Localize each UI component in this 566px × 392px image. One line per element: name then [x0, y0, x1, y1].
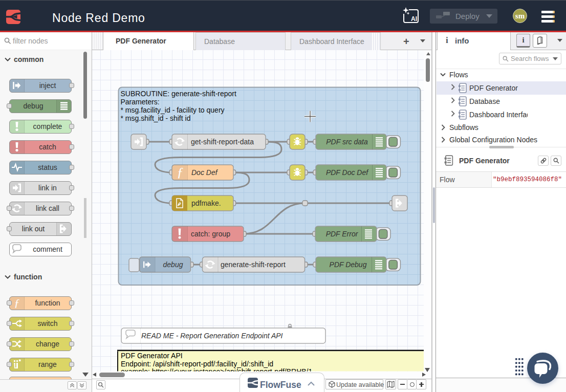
- svg-text:pdfmake.: pdfmake.: [191, 199, 221, 207]
- svg-text:* msg.facility_id - facility t: * msg.facility_id - facility to query: [121, 106, 225, 114]
- svg-text:PDF Debug: PDF Debug: [330, 260, 367, 269]
- svg-text:ƒ: ƒ: [177, 165, 184, 180]
- svg-text:get-shift-report-data: get-shift-report-data: [191, 138, 254, 146]
- svg-text:catch: group: catch: group: [191, 230, 230, 238]
- svg-text:READ ME - Report Generation En: READ ME - Report Generation Endpoint API: [141, 332, 283, 340]
- svg-text:debug: debug: [163, 260, 183, 269]
- svg-text:PDF Doc Def: PDF Doc Def: [326, 168, 369, 177]
- svg-text:Parameters:: Parameters:: [121, 98, 160, 106]
- svg-text:PDF Error: PDF Error: [326, 230, 359, 238]
- svg-text:Doc Def: Doc Def: [191, 168, 219, 177]
- svg-text:SUBROUTINE: generate-shift-rep: SUBROUTINE: generate-shift-report: [121, 90, 237, 98]
- svg-text:generate-shift-report: generate-shift-report: [221, 260, 286, 269]
- svg-text:PDF Generator API: PDF Generator API: [121, 352, 183, 360]
- svg-text:PDF src data: PDF src data: [326, 138, 368, 146]
- svg-text:* msg.shift_id - shift id: * msg.shift_id - shift id: [121, 114, 191, 122]
- svg-text:AI: AI: [411, 15, 417, 23]
